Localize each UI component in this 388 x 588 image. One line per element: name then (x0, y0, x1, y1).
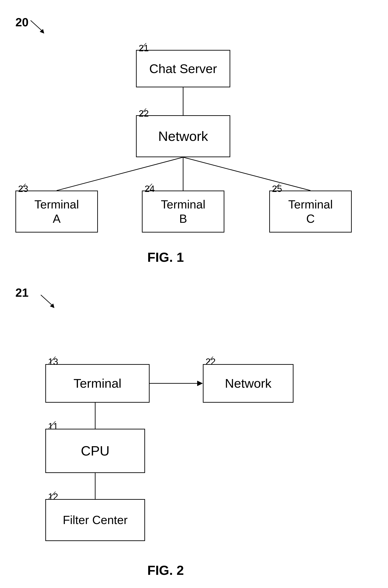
ref-22-fig2: 22 (206, 357, 216, 367)
svg-marker-16 (50, 303, 54, 308)
network-box-fig1: Network (136, 115, 230, 157)
ref-22-fig1: 22 (139, 108, 149, 119)
ref-11: 11 (48, 421, 58, 431)
ref-12: 12 (48, 492, 58, 502)
svg-marker-9 (40, 29, 44, 34)
filter-center-box: Filter Center (45, 499, 145, 541)
fig2-caption: FIG. 2 (147, 562, 184, 578)
ref-23: 23 (18, 184, 28, 194)
cpu-box: CPU (45, 429, 145, 473)
ref-13: 13 (48, 357, 58, 367)
page: 20 Chat Server 21 Network 22 Terminal A … (0, 0, 388, 588)
terminal-c-box: Terminal C (269, 190, 352, 233)
ref-21-fig1: 21 (139, 43, 149, 53)
network-box-fig2: Network (203, 364, 293, 403)
ref-25: 25 (272, 184, 282, 194)
svg-line-15 (41, 295, 53, 306)
svg-line-3 (183, 157, 311, 190)
fig1-caption: FIG. 1 (147, 249, 184, 265)
svg-marker-5 (197, 381, 203, 386)
svg-line-8 (31, 20, 43, 32)
terminal-box-fig2: Terminal (45, 364, 149, 403)
chat-server-box: Chat Server (136, 50, 230, 87)
terminal-a-box: Terminal A (15, 190, 98, 233)
fig2-diagram-number: 21 (15, 286, 28, 299)
svg-line-1 (57, 157, 183, 190)
fig1-diagram-number: 20 (15, 15, 28, 29)
ref-24: 24 (145, 184, 155, 194)
terminal-b-box: Terminal B (142, 190, 224, 233)
